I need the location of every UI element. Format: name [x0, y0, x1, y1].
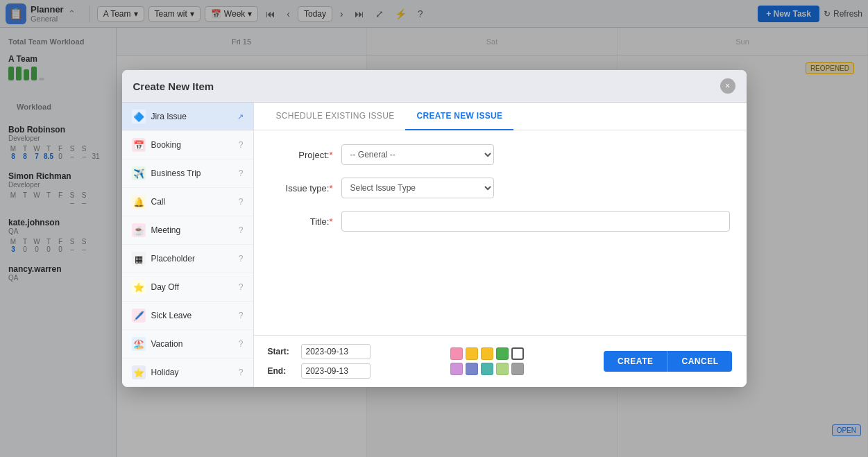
form-row-issue-type: Issue type:* Select Issue Type Bug Story… — [271, 178, 730, 198]
meeting-help-icon[interactable]: ? — [239, 225, 244, 235]
modal-header: Create New Item × — [122, 70, 747, 103]
call-icon: 🔔 — [132, 195, 146, 209]
color-white[interactable] — [511, 347, 524, 360]
color-grey[interactable] — [511, 363, 524, 375]
item-type-jira[interactable]: 🔷 Jira Issue ↗ — [122, 103, 253, 131]
sick-leave-help-icon[interactable]: ? — [239, 311, 244, 320]
cancel-button[interactable]: CANCEL — [667, 351, 732, 372]
color-lime[interactable] — [496, 363, 509, 375]
item-type-booking[interactable]: 📅 Booking ? — [122, 131, 253, 159]
form-row-project: Project:* -- General -- Project A Projec… — [271, 144, 730, 165]
color-purple[interactable] — [450, 363, 463, 375]
call-help-icon[interactable]: ? — [239, 197, 244, 207]
item-type-meeting[interactable]: ☕ Meeting ? — [122, 216, 253, 245]
item-type-call[interactable]: 🔔 Call ? — [122, 188, 253, 216]
meeting-label: Meeting — [151, 225, 233, 235]
project-select[interactable]: -- General -- Project A Project B — [341, 144, 494, 165]
jira-icon: 🔷 — [132, 110, 146, 123]
modal-body: 🔷 Jira Issue ↗ 📅 Booking ? ✈️ Business T… — [122, 103, 747, 387]
holiday-icon: ⭐ — [132, 365, 146, 379]
issue-type-required: * — [329, 183, 332, 193]
title-required: * — [329, 216, 332, 227]
footer-buttons: CREATE CANCEL — [604, 351, 732, 372]
form-row-title: Title:* — [271, 211, 730, 232]
day-off-icon: ⭐ — [132, 280, 146, 294]
color-row-1 — [450, 347, 524, 360]
create-new-item-modal: Create New Item × 🔷 Jira Issue ↗ 📅 Booki… — [122, 70, 747, 387]
start-label: Start: — [268, 347, 296, 356]
item-type-holiday[interactable]: ⭐ Holiday ? — [122, 359, 253, 387]
color-row-2 — [450, 363, 524, 375]
jira-label: Jira Issue — [151, 112, 232, 121]
tab-create-new[interactable]: CREATE NEW ISSUE — [405, 103, 513, 130]
title-input[interactable] — [341, 211, 730, 232]
sick-leave-icon: 🖊️ — [132, 309, 146, 322]
placeholder-label: Placeholder — [151, 254, 233, 264]
color-palette — [450, 347, 524, 375]
day-off-help-icon[interactable]: ? — [239, 282, 244, 292]
create-button[interactable]: CREATE — [604, 351, 667, 372]
color-green[interactable] — [496, 347, 509, 360]
color-yellow2[interactable] — [481, 347, 493, 360]
project-required: * — [329, 150, 332, 160]
item-types-panel: 🔷 Jira Issue ↗ 📅 Booking ? ✈️ Business T… — [122, 103, 254, 387]
date-row-start: Start: — [268, 344, 371, 359]
color-pink[interactable] — [450, 347, 463, 360]
date-row-end: End: — [268, 363, 371, 379]
form-content: Project:* -- General -- Project A Projec… — [254, 130, 747, 335]
sick-leave-label: Sick Leave — [151, 311, 233, 320]
placeholder-help-icon[interactable]: ? — [239, 254, 244, 264]
modal-close-button[interactable]: × — [720, 78, 735, 94]
issue-type-label: Issue type:* — [271, 183, 333, 193]
form-panel: SCHEDULE EXISTING ISSUE CREATE NEW ISSUE… — [254, 103, 747, 387]
color-teal[interactable] — [481, 363, 493, 375]
item-type-day-off[interactable]: ⭐ Day Off ? — [122, 273, 253, 302]
modal-overlay: Create New Item × 🔷 Jira Issue ↗ 📅 Booki… — [0, 0, 868, 457]
item-type-placeholder[interactable]: ▦ Placeholder ? — [122, 245, 253, 273]
booking-label: Booking — [151, 140, 233, 150]
date-section: Start: End: — [268, 344, 371, 379]
item-type-business-trip[interactable]: ✈️ Business Trip ? — [122, 159, 253, 188]
meeting-icon: ☕ — [132, 223, 146, 237]
start-date-input[interactable] — [301, 344, 371, 359]
issue-type-select[interactable]: Select Issue Type Bug Story Task Epic — [341, 178, 494, 198]
end-label: End: — [268, 366, 296, 376]
business-trip-help-icon[interactable]: ? — [239, 169, 244, 178]
business-trip-label: Business Trip — [151, 169, 233, 178]
holiday-help-icon[interactable]: ? — [239, 368, 244, 377]
holiday-label: Holiday — [151, 368, 233, 377]
vacation-help-icon[interactable]: ? — [239, 339, 244, 349]
booking-help-icon[interactable]: ? — [239, 140, 244, 150]
color-indigo[interactable] — [466, 363, 478, 375]
end-date-input[interactable] — [301, 363, 371, 379]
color-yellow1[interactable] — [466, 347, 478, 360]
booking-icon: 📅 — [132, 138, 146, 152]
placeholder-icon: ▦ — [132, 252, 146, 266]
item-type-vacation[interactable]: 🏖️ Vacation ? — [122, 330, 253, 359]
modal-title: Create New Item — [133, 80, 214, 92]
form-tabs: SCHEDULE EXISTING ISSUE CREATE NEW ISSUE — [254, 103, 747, 130]
item-type-sick-leave[interactable]: 🖊️ Sick Leave ? — [122, 302, 253, 330]
call-label: Call — [151, 197, 233, 207]
day-off-label: Day Off — [151, 282, 233, 292]
project-label: Project:* — [271, 150, 333, 160]
tab-schedule-existing[interactable]: SCHEDULE EXISTING ISSUE — [265, 103, 406, 130]
vacation-label: Vacation — [151, 339, 233, 349]
form-footer: Start: End: — [254, 335, 747, 387]
vacation-icon: 🏖️ — [132, 337, 146, 351]
title-label: Title:* — [271, 216, 333, 227]
jira-external-icon: ↗ — [237, 112, 244, 121]
business-trip-icon: ✈️ — [132, 166, 146, 180]
